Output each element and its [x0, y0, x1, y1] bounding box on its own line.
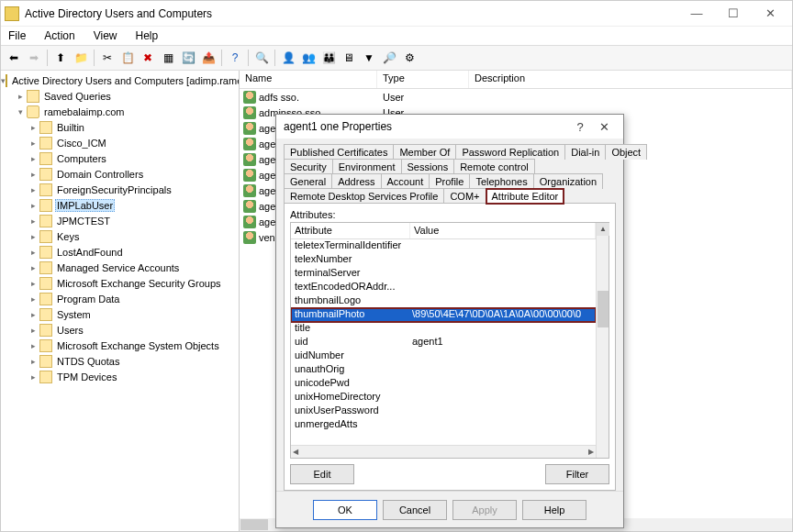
- scroll-up-icon[interactable]: ▲: [597, 223, 609, 236]
- expand-icon[interactable]: ▸: [27, 123, 39, 132]
- tab-environment[interactable]: Environment: [332, 159, 402, 174]
- attribute-row[interactable]: textEncodedORAddr...: [291, 281, 596, 294]
- tree-item[interactable]: ▸ForeignSecurityPrincipals: [1, 182, 239, 197]
- tab-sessions[interactable]: Sessions: [401, 159, 455, 174]
- dialog-help-button[interactable]: Help: [522, 500, 586, 520]
- attribute-row[interactable]: unixUserPassword: [291, 405, 596, 418]
- attribute-row[interactable]: thumbnailLogo: [291, 294, 596, 308]
- apply-button[interactable]: Apply: [452, 500, 517, 520]
- expand-icon[interactable]: ▸: [14, 92, 27, 101]
- tab-member-of[interactable]: Member Of: [393, 144, 456, 160]
- tab-dial-in[interactable]: Dial-in: [564, 144, 606, 160]
- forward-icon[interactable]: ➡: [25, 49, 43, 67]
- col-name[interactable]: Name: [240, 71, 377, 88]
- expand-icon[interactable]: ▸: [27, 139, 39, 148]
- expand-icon[interactable]: ▸: [27, 357, 39, 366]
- tree-item[interactable]: ▸TPM Devices: [1, 369, 239, 384]
- attributes-listview[interactable]: Attribute Value teletexTerminalIdentifie…: [290, 222, 609, 459]
- attribute-row[interactable]: unmergedAtts: [291, 418, 596, 432]
- tab-object[interactable]: Object: [605, 144, 647, 160]
- tab-security[interactable]: Security: [284, 159, 333, 174]
- tab-profile[interactable]: Profile: [429, 173, 470, 189]
- group-icon[interactable]: 👪: [319, 49, 338, 67]
- tree-item[interactable]: ▸Keys: [1, 228, 239, 244]
- cancel-button[interactable]: Cancel: [383, 500, 447, 520]
- scroll-thumb[interactable]: [598, 291, 609, 327]
- tree-item[interactable]: ▸Cisco_ICM: [1, 135, 239, 150]
- expand-icon[interactable]: ▸: [27, 279, 39, 288]
- tab-published-certificates[interactable]: Published Certificates: [284, 144, 394, 160]
- tab-general[interactable]: General: [284, 173, 332, 189]
- tab-remote-control[interactable]: Remote control: [453, 159, 535, 174]
- tree-item[interactable]: ▸JPMCTEST: [1, 213, 239, 228]
- attribute-row[interactable]: unixHomeDirectory: [291, 391, 596, 405]
- tree-item[interactable]: ▸Users: [1, 322, 239, 338]
- attr-hscrollbar[interactable]: ◀▶: [291, 445, 596, 458]
- dialog-help-icon[interactable]: ?: [568, 120, 592, 134]
- expand-icon[interactable]: ▸: [27, 185, 39, 194]
- tree-item[interactable]: ▸System: [1, 306, 239, 322]
- tab-organization[interactable]: Organization: [533, 173, 603, 189]
- tree-item[interactable]: ▸Managed Service Accounts: [1, 260, 239, 275]
- menu-file[interactable]: File: [5, 28, 29, 44]
- expand-icon[interactable]: ▸: [27, 326, 39, 335]
- tree-domain[interactable]: ramebalaimp.com: [42, 106, 126, 117]
- col-type[interactable]: Type: [377, 71, 469, 88]
- filter-icon[interactable]: ▼: [360, 49, 378, 67]
- tree-item[interactable]: ▸IMPLabUser: [1, 197, 239, 213]
- tree-saved-queries[interactable]: Saved Queries: [42, 91, 113, 102]
- attribute-row[interactable]: telexNumber: [291, 253, 596, 267]
- expand-icon[interactable]: ▸: [27, 341, 39, 350]
- tree-item[interactable]: ▸Program Data: [1, 291, 239, 306]
- attribute-row[interactable]: title: [291, 322, 596, 336]
- expand-icon[interactable]: ▸: [27, 154, 39, 163]
- tree-item[interactable]: ▸Computers: [1, 150, 239, 166]
- tree-item[interactable]: ▸NTDS Quotas: [1, 353, 239, 369]
- attribute-row[interactable]: unicodePwd: [291, 377, 596, 391]
- attr-vscrollbar[interactable]: ▲: [596, 223, 609, 458]
- attr-col-name[interactable]: Attribute: [291, 223, 410, 238]
- tab-account[interactable]: Account: [381, 173, 430, 189]
- expand-icon[interactable]: ▸: [27, 372, 39, 382]
- query-icon[interactable]: 🔎: [380, 49, 398, 67]
- minimize-button[interactable]: —: [678, 3, 715, 25]
- copy-icon[interactable]: 📋: [118, 49, 137, 67]
- col-desc[interactable]: Description: [469, 71, 792, 88]
- tree-item[interactable]: ▸Microsoft Exchange System Objects: [1, 338, 239, 353]
- attribute-row[interactable]: teletexTerminalIdentifier: [291, 239, 596, 253]
- menu-action[interactable]: Action: [40, 28, 78, 44]
- tree-pane[interactable]: ▾Active Directory Users and Computers [a…: [1, 71, 240, 531]
- tree-item[interactable]: ▸LostAndFound: [1, 244, 239, 260]
- ok-button[interactable]: OK: [313, 500, 377, 520]
- tree-item[interactable]: ▸Builtin: [1, 119, 239, 135]
- find-icon[interactable]: 🔍: [252, 49, 271, 67]
- computer-icon[interactable]: 🖥: [340, 49, 358, 67]
- folder-icon[interactable]: 📁: [72, 49, 90, 67]
- tab-attribute-editor[interactable]: Attribute Editor: [486, 188, 565, 205]
- expand-icon[interactable]: ▸: [27, 170, 39, 179]
- tab-address[interactable]: Address: [331, 173, 381, 189]
- expand-icon[interactable]: ▸: [27, 248, 39, 257]
- tree-item[interactable]: ▸Microsoft Exchange Security Groups: [1, 275, 239, 291]
- options-icon[interactable]: ⚙: [400, 49, 419, 67]
- properties-icon[interactable]: ▦: [159, 49, 177, 67]
- cut-icon[interactable]: ✂: [98, 49, 117, 67]
- dialog-close-icon[interactable]: ✕: [592, 120, 616, 134]
- menu-help[interactable]: Help: [132, 28, 162, 44]
- attr-col-value[interactable]: Value: [410, 223, 596, 238]
- close-button[interactable]: ✕: [752, 3, 788, 25]
- refresh-icon[interactable]: 🔄: [179, 49, 197, 67]
- edit-button[interactable]: Edit: [290, 464, 354, 484]
- delete-icon[interactable]: ✖: [139, 49, 157, 67]
- help-icon[interactable]: ?: [226, 49, 244, 67]
- tab-password-replication[interactable]: Password Replication: [455, 144, 565, 160]
- tree-root[interactable]: Active Directory Users and Computers [ad…: [10, 75, 240, 86]
- tree-item[interactable]: ▸Domain Controllers: [1, 166, 239, 182]
- attribute-row[interactable]: uidNumber: [291, 349, 596, 363]
- up-icon[interactable]: ⬆: [51, 49, 70, 67]
- export-icon[interactable]: 📤: [199, 49, 218, 67]
- back-icon[interactable]: ⬅: [5, 49, 23, 67]
- expand-icon[interactable]: ▸: [27, 232, 39, 241]
- user2-icon[interactable]: 👥: [299, 49, 318, 67]
- menu-view[interactable]: View: [90, 28, 121, 44]
